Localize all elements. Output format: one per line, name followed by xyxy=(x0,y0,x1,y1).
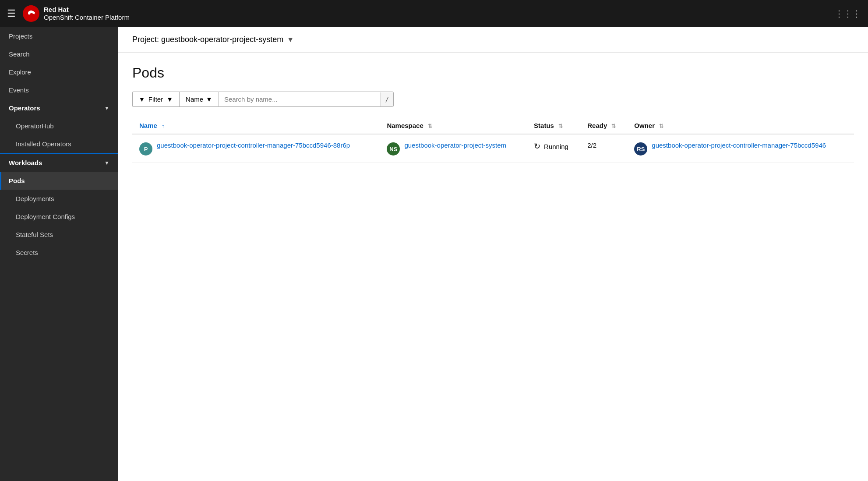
col-ready-sort-icon: ⇅ xyxy=(611,123,616,129)
hamburger-menu[interactable]: ☰ xyxy=(7,9,16,18)
page-content: Pods ▼ Filter ▼ Name ▼ / xyxy=(118,53,868,175)
project-header: Project: guestbook-operator-project-syst… xyxy=(118,27,868,53)
app-launcher-icon[interactable]: ⋮⋮⋮ xyxy=(835,8,861,19)
sidebar-item-installed-operators[interactable]: Installed Operators xyxy=(0,135,118,153)
pods-table: Name ↑ Namespace ⇅ Status ⇅ Ready xyxy=(132,117,854,163)
col-namespace[interactable]: Namespace ⇅ xyxy=(380,117,527,134)
svg-point-0 xyxy=(23,5,39,22)
filter-label: Filter xyxy=(148,95,163,103)
sidebar-item-operatorhub[interactable]: OperatorHub xyxy=(0,117,118,135)
col-name-sort-icon: ↑ xyxy=(162,123,165,129)
pod-owner-cell: RS guestbook-operator-project-controller… xyxy=(627,134,854,163)
pod-namespace-link[interactable]: guestbook-operator-project-system xyxy=(404,141,506,149)
sidebar-item-workloads[interactable]: Workloads ▼ xyxy=(0,153,118,172)
brand-product: OpenShift Container Platform xyxy=(44,14,130,21)
col-owner-label: Owner xyxy=(634,122,655,129)
sidebar-item-deployments[interactable]: Deployments xyxy=(0,190,118,208)
project-selector-label: Project: guestbook-operator-project-syst… xyxy=(132,35,283,44)
pod-ready-cell: 2/2 xyxy=(580,134,627,163)
pod-status-cell: ↻ Running xyxy=(527,134,580,163)
sidebar-item-stateful-sets[interactable]: Stateful Sets xyxy=(0,226,118,244)
running-status-icon: ↻ xyxy=(534,141,540,151)
brand-redhat: Red Hat xyxy=(44,6,130,14)
col-ready[interactable]: Ready ⇅ xyxy=(580,117,627,134)
col-status[interactable]: Status ⇅ xyxy=(527,117,580,134)
col-status-label: Status xyxy=(534,122,554,129)
brand: Red Hat OpenShift Container Platform xyxy=(23,5,835,22)
sidebar-item-search[interactable]: Search xyxy=(0,45,118,63)
col-owner-sort-icon: ⇅ xyxy=(659,123,663,129)
search-input-wrap: / xyxy=(219,92,394,107)
table-row: P guestbook-operator-project-controller-… xyxy=(132,134,854,163)
pod-owner-link[interactable]: guestbook-operator-project-controller-ma… xyxy=(652,141,826,149)
pod-name-link[interactable]: guestbook-operator-project-controller-ma… xyxy=(157,141,350,149)
project-selector-chevron: ▼ xyxy=(287,36,294,44)
table-body: P guestbook-operator-project-controller-… xyxy=(132,134,854,163)
filter-dropdown-icon: ▼ xyxy=(166,95,173,103)
col-name[interactable]: Name ↑ xyxy=(132,117,380,134)
pod-owner-badge: RS xyxy=(634,142,647,156)
sidebar-item-explore[interactable]: Explore xyxy=(0,63,118,81)
main-layout: Projects Search Explore Events Operators… xyxy=(0,27,868,481)
col-owner[interactable]: Owner ⇅ xyxy=(627,117,854,134)
sidebar: Projects Search Explore Events Operators… xyxy=(0,27,118,481)
sidebar-item-events[interactable]: Events xyxy=(0,81,118,99)
col-status-sort-icon: ⇅ xyxy=(558,123,563,129)
page-title: Pods xyxy=(132,65,854,81)
col-name-label: Name xyxy=(139,122,157,129)
col-namespace-label: Namespace xyxy=(387,122,423,129)
name-dropdown[interactable]: Name ▼ xyxy=(179,92,219,107)
pod-namespace-cell: NS guestbook-operator-project-system xyxy=(380,134,527,163)
search-input[interactable] xyxy=(219,92,381,106)
sidebar-item-operators[interactable]: Operators ▼ xyxy=(0,99,118,117)
col-namespace-sort-icon: ⇅ xyxy=(428,123,432,129)
name-dropdown-chevron: ▼ xyxy=(206,95,212,103)
table-header: Name ↑ Namespace ⇅ Status ⇅ Ready xyxy=(132,117,854,134)
pod-namespace-badge: NS xyxy=(387,142,400,156)
search-slash-shortcut: / xyxy=(381,92,393,106)
sidebar-item-pods[interactable]: Pods xyxy=(0,172,118,190)
operators-chevron: ▼ xyxy=(104,105,109,111)
filter-bar: ▼ Filter ▼ Name ▼ / xyxy=(132,92,854,107)
filter-icon: ▼ xyxy=(139,96,145,103)
brand-text: Red Hat OpenShift Container Platform xyxy=(44,6,130,21)
workloads-chevron: ▼ xyxy=(104,160,109,166)
redhat-logo xyxy=(23,5,39,22)
pod-ready-text: 2/2 xyxy=(587,141,596,149)
name-dropdown-label: Name xyxy=(186,95,203,103)
pod-status-text: Running xyxy=(544,143,568,150)
main-content: Project: guestbook-operator-project-syst… xyxy=(118,27,868,481)
pod-name-badge: P xyxy=(139,142,152,156)
pod-name-cell: P guestbook-operator-project-controller-… xyxy=(132,134,380,163)
filter-button[interactable]: ▼ Filter ▼ xyxy=(132,92,179,107)
sidebar-item-secrets[interactable]: Secrets xyxy=(0,244,118,262)
sidebar-item-projects[interactable]: Projects xyxy=(0,27,118,45)
col-ready-label: Ready xyxy=(587,122,607,129)
top-nav: ☰ Red Hat OpenShift Container Platform ⋮… xyxy=(0,0,868,27)
sidebar-item-deployment-configs[interactable]: Deployment Configs xyxy=(0,208,118,226)
project-selector[interactable]: Project: guestbook-operator-project-syst… xyxy=(132,35,294,44)
